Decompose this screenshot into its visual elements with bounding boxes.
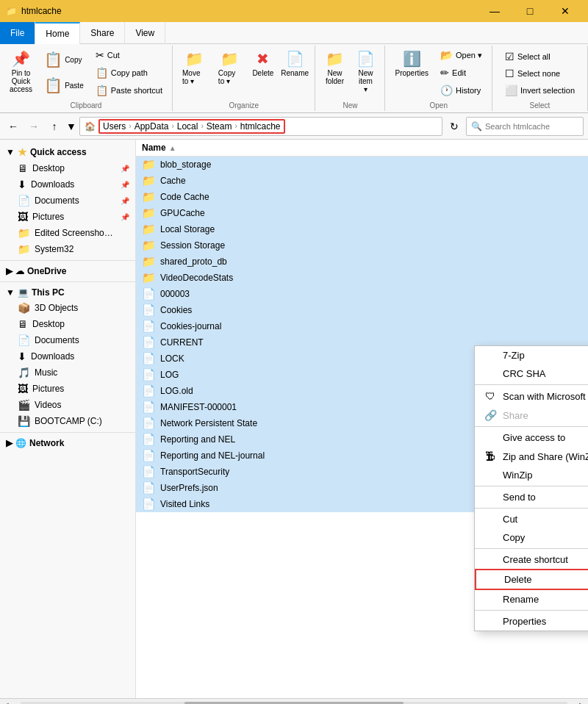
sidebar-item-downloads[interactable]: ⬇ Downloads 📌: [0, 176, 135, 193]
minimize-button[interactable]: —: [478, 0, 512, 22]
properties-ribbon-button[interactable]: ℹ️ Properties: [390, 47, 434, 80]
sidebar-quick-access[interactable]: ▼ ★ Quick access: [0, 144, 135, 160]
file-item[interactable]: 📁Cache: [136, 173, 588, 189]
sidebar-onedrive[interactable]: ▶ ☁ OneDrive: [0, 264, 135, 279]
file-name: GPUCache: [160, 208, 205, 218]
file-item[interactable]: 📁Session Storage: [136, 237, 588, 254]
delete-ribbon-button[interactable]: ✖ Delete: [248, 47, 278, 80]
invert-selection-button[interactable]: ⬜ Invert selection: [500, 82, 580, 98]
ribbon-tabs: File Home Share View: [0, 22, 588, 44]
file-icon: 📄: [142, 287, 156, 301]
paste-button[interactable]: 📋 Paste: [39, 73, 89, 98]
new-item-button[interactable]: 📄 Newitem ▾: [351, 47, 380, 96]
path-appdata[interactable]: AppData: [135, 121, 169, 132]
onedrive-expand-icon: ▶: [6, 266, 12, 276]
up-button[interactable]: ↑: [46, 118, 63, 135]
ctx-sendto[interactable]: Send to ›: [475, 488, 588, 506]
sidebar-item-desktop-pc[interactable]: 🖥 Desktop: [0, 316, 135, 332]
cut-button[interactable]: ✂ Cut: [90, 47, 168, 63]
copy-path-button[interactable]: 📋 Copy path: [90, 65, 168, 81]
file-item[interactable]: 📄Cookies-journal: [136, 318, 588, 334]
file-item[interactable]: 📁Code Cache: [136, 189, 588, 205]
file-item[interactable]: 📁Local Storage: [136, 221, 588, 237]
path-users[interactable]: Users: [103, 121, 126, 132]
scroll-track[interactable]: [21, 702, 567, 705]
tab-share[interactable]: Share: [80, 22, 125, 44]
sidebar-thispc[interactable]: ▼ 💻 This PC: [0, 285, 135, 300]
ctx-sep-6: [475, 610, 588, 611]
ctx-share[interactable]: 🔗 Share: [475, 406, 588, 425]
sidebar-item-pictures-pc[interactable]: 🖼 Pictures: [0, 381, 135, 397]
tab-file[interactable]: File: [0, 22, 35, 44]
address-path[interactable]: 🏠 Users › AppData › Local › Steam › html…: [79, 117, 442, 136]
pin-quick-access-button[interactable]: 📌 Pin to Quickaccess: [4, 47, 37, 96]
sidebar-item-downloads-pc[interactable]: ⬇ Downloads: [0, 348, 135, 364]
select-all-button[interactable]: ☑ Select all: [500, 49, 580, 65]
sidebar-item-3dobjects[interactable]: 📦 3D Objects: [0, 300, 135, 316]
select-none-button[interactable]: ☐ Select none: [500, 65, 580, 82]
ctx-rename[interactable]: Rename: [475, 590, 588, 608]
maximize-button[interactable]: □: [513, 0, 547, 22]
path-local[interactable]: Local: [177, 121, 198, 132]
rename-ribbon-button[interactable]: 📄 Rename: [279, 47, 311, 80]
close-button[interactable]: ✕: [548, 0, 582, 22]
ctx-sep-3: [475, 486, 588, 486]
scroll-thumb[interactable]: [184, 702, 404, 705]
sidebar-item-bootcamp[interactable]: 💾 BOOTCAMP (C:): [0, 413, 135, 429]
sidebar-item-documents[interactable]: 📄 Documents 📌: [0, 193, 135, 209]
search-box[interactable]: 🔍: [466, 117, 584, 136]
back-button[interactable]: ←: [4, 118, 22, 135]
new-folder-button[interactable]: 📁 Newfolder: [320, 47, 349, 88]
ctx-giveaccess[interactable]: Give access to ›: [475, 428, 588, 447]
path-steam[interactable]: Steam: [207, 121, 232, 132]
pin-indicator2: 📌: [121, 181, 129, 189]
sidebar-item-pictures[interactable]: 🖼 Pictures 📌: [0, 209, 135, 225]
name-column-header[interactable]: Name: [142, 143, 166, 153]
edit-ribbon-button[interactable]: ✏ Edit: [435, 65, 487, 81]
scroll-right-arrow[interactable]: ▶: [579, 701, 585, 704]
ctx-crcsha[interactable]: CRC SHA ›: [475, 364, 588, 383]
ctx-cut[interactable]: Cut: [475, 510, 588, 528]
horizontal-scrollbar[interactable]: ◀ ▶: [0, 698, 588, 704]
ctx-winzip[interactable]: WinZip ›: [475, 466, 588, 484]
ctx-copy[interactable]: Copy: [475, 528, 588, 547]
sidebar-item-system32[interactable]: 📁 System32: [0, 241, 135, 257]
file-item[interactable]: 📁shared_proto_db: [136, 254, 588, 270]
file-icon: 📄: [142, 433, 156, 446]
copy-to-button[interactable]: 📁 Copy to ▾: [213, 47, 247, 88]
scroll-left-arrow[interactable]: ◀: [3, 701, 9, 704]
ctx-properties[interactable]: Properties: [475, 612, 588, 631]
refresh-button[interactable]: ↻: [445, 118, 463, 135]
paste-shortcut-button[interactable]: 📋 Paste shortcut: [90, 82, 168, 98]
ctx-createshortcut[interactable]: Create shortcut: [475, 550, 588, 569]
move-to-button[interactable]: 📁 Move to ▾: [177, 47, 212, 88]
file-item[interactable]: 📁VideoDecodeStats: [136, 270, 588, 286]
file-name: LOCK: [160, 353, 184, 364]
search-input[interactable]: [485, 122, 578, 131]
file-icon: 📄: [142, 465, 156, 478]
sidebar-item-documents-pc[interactable]: 📄 Documents: [0, 332, 135, 348]
file-item[interactable]: 📁GPUCache: [136, 205, 588, 221]
file-item[interactable]: 📄Cookies: [136, 302, 588, 318]
ctx-7zip[interactable]: 7-Zip ›: [475, 346, 588, 364]
file-item[interactable]: 📁blob_storage: [136, 157, 588, 173]
folder-icon: 📁: [142, 190, 156, 204]
invert-selection-icon: ⬜: [505, 85, 517, 96]
open-ribbon-button[interactable]: 📂 Open ▾: [435, 47, 487, 63]
ctx-zipshare[interactable]: 🗜 Zip and Share (WinZip Express): [475, 447, 588, 466]
sidebar-item-music[interactable]: 🎵 Music: [0, 364, 135, 381]
ctx-delete[interactable]: Delete: [475, 569, 588, 590]
history-ribbon-button[interactable]: 🕐 History: [435, 82, 487, 98]
forward-button[interactable]: →: [25, 118, 43, 135]
tab-view[interactable]: View: [125, 22, 165, 44]
sidebar-item-videos[interactable]: 🎬 Videos: [0, 397, 135, 413]
sidebar-network[interactable]: ▶ 🌐 Network: [0, 436, 135, 450]
sidebar-item-editedscreenshots[interactable]: 📁 Edited Screenshots V...: [0, 225, 135, 241]
recent-locations-button[interactable]: ▼: [66, 118, 76, 135]
tab-home[interactable]: Home: [35, 22, 80, 44]
file-item[interactable]: 📄000003: [136, 286, 588, 302]
sidebar-item-desktop[interactable]: 🖥 Desktop 📌: [0, 160, 135, 176]
path-htmlcache[interactable]: htmlcache: [240, 121, 281, 132]
ctx-scandefender[interactable]: 🛡 Scan with Microsoft Defender...: [475, 387, 588, 406]
copy-button[interactable]: 📋 Copy: [39, 47, 89, 72]
